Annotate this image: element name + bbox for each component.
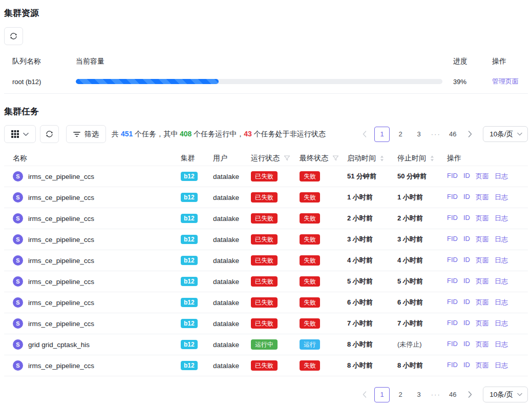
page-ellipsis[interactable]: ··· bbox=[430, 130, 442, 138]
log-link[interactable]: 日志 bbox=[495, 235, 508, 244]
fid-link[interactable]: FID bbox=[447, 214, 458, 223]
final-status-badge: 失败 bbox=[300, 171, 320, 181]
page-link[interactable]: 页面 bbox=[476, 172, 489, 181]
running-count: 408 bbox=[180, 130, 191, 138]
page-link[interactable]: 页面 bbox=[476, 235, 489, 244]
page-button-1[interactable]: 1 bbox=[374, 127, 390, 142]
filter-button[interactable]: 筛选 bbox=[66, 125, 106, 143]
id-link[interactable]: ID bbox=[463, 319, 470, 328]
fid-link[interactable]: FID bbox=[447, 298, 458, 307]
col-stop-time: 停止时间 bbox=[397, 154, 426, 163]
page-link[interactable]: 页面 bbox=[476, 214, 489, 223]
column-settings-button[interactable] bbox=[4, 125, 36, 143]
log-link[interactable]: 日志 bbox=[495, 193, 508, 202]
tasks-table-header: 名称 集群 用户 运行状态 最终状态 启动时间 停止时间 操作 bbox=[4, 151, 528, 166]
log-link[interactable]: 日志 bbox=[495, 256, 508, 265]
page-button-1[interactable]: 1 bbox=[374, 387, 390, 402]
fid-link[interactable]: FID bbox=[447, 361, 458, 370]
log-link[interactable]: 日志 bbox=[495, 340, 508, 349]
page-button-2[interactable]: 2 bbox=[393, 127, 408, 142]
funnel-icon[interactable] bbox=[332, 155, 339, 161]
funnel-icon[interactable] bbox=[284, 155, 290, 161]
final-status-badge: 失败 bbox=[300, 318, 320, 329]
id-link[interactable]: ID bbox=[463, 361, 470, 370]
log-link[interactable]: 日志 bbox=[495, 277, 508, 286]
start-time: 1 小时前 bbox=[347, 193, 397, 202]
page-link[interactable]: 页面 bbox=[476, 256, 489, 265]
total-count: 451 bbox=[121, 130, 133, 138]
next-page-button[interactable] bbox=[463, 387, 477, 402]
fid-link[interactable]: FID bbox=[447, 256, 458, 265]
log-link[interactable]: 日志 bbox=[495, 214, 508, 223]
id-link[interactable]: ID bbox=[463, 277, 470, 286]
fid-link[interactable]: FID bbox=[447, 193, 458, 202]
page-link[interactable]: 页面 bbox=[476, 361, 489, 370]
manage-page-link[interactable]: 管理页面 bbox=[492, 77, 519, 85]
stop-time: 8 小时前 bbox=[397, 361, 447, 370]
task-name: irms_ce_pipeline_ccs bbox=[28, 194, 94, 201]
col-name: 名称 bbox=[13, 154, 181, 163]
log-link[interactable]: 日志 bbox=[495, 298, 508, 307]
id-link[interactable]: ID bbox=[463, 172, 470, 181]
page-link[interactable]: 页面 bbox=[476, 340, 489, 349]
page-size-select[interactable]: 10条/页 bbox=[483, 126, 528, 142]
fid-link[interactable]: FID bbox=[447, 172, 458, 181]
cluster-badge: b12 bbox=[181, 277, 198, 286]
filter-lines-icon bbox=[73, 131, 80, 137]
id-link[interactable]: ID bbox=[463, 340, 470, 349]
run-status-badge: 运行中 bbox=[251, 339, 278, 350]
page-size-select[interactable]: 10条/页 bbox=[483, 387, 528, 402]
pagination-top: 1 2 3 ··· 46 10条/页 bbox=[358, 126, 528, 142]
sorter-icon[interactable] bbox=[430, 155, 434, 161]
log-link[interactable]: 日志 bbox=[495, 361, 508, 370]
id-link[interactable]: ID bbox=[463, 193, 470, 202]
page-button-last[interactable]: 46 bbox=[445, 127, 460, 142]
progress-fill bbox=[76, 79, 219, 84]
id-link[interactable]: ID bbox=[463, 256, 470, 265]
fid-link[interactable]: FID bbox=[447, 277, 458, 286]
refresh-tasks-button[interactable] bbox=[40, 125, 59, 143]
log-link[interactable]: 日志 bbox=[495, 172, 508, 181]
cluster-badge: b12 bbox=[181, 319, 198, 328]
page-button-3[interactable]: 3 bbox=[411, 127, 427, 142]
failed-count: 43 bbox=[244, 130, 252, 138]
filter-button-label: 筛选 bbox=[84, 130, 99, 139]
page-button-last[interactable]: 46 bbox=[445, 387, 460, 402]
start-time: 5 小时前 bbox=[347, 277, 397, 286]
page-link[interactable]: 页面 bbox=[476, 298, 489, 307]
col-start-time: 启动时间 bbox=[347, 154, 376, 163]
page-link[interactable]: 页面 bbox=[476, 193, 489, 202]
page-button-2[interactable]: 2 bbox=[393, 387, 408, 402]
task-name: irms_ce_pipeline_ccs bbox=[28, 236, 94, 244]
fid-link[interactable]: FID bbox=[447, 319, 458, 328]
task-name: irms_ce_pipeline_ccs bbox=[28, 257, 94, 265]
resources-table-header: 队列名称 当前容量 进度 操作 bbox=[4, 53, 528, 70]
final-status-badge: 失败 bbox=[300, 276, 320, 287]
page-link[interactable]: 页面 bbox=[476, 277, 489, 286]
spark-avatar: S bbox=[13, 276, 23, 287]
prev-page-button[interactable] bbox=[358, 127, 371, 142]
refresh-resources-button[interactable] bbox=[4, 27, 23, 45]
prev-page-button[interactable] bbox=[358, 387, 371, 402]
cluster-badge: b12 bbox=[181, 340, 198, 349]
id-link[interactable]: ID bbox=[463, 298, 470, 307]
log-link[interactable]: 日志 bbox=[495, 319, 508, 328]
next-page-button[interactable] bbox=[463, 127, 477, 142]
fid-link[interactable]: FID bbox=[447, 235, 458, 244]
chevron-down-icon bbox=[517, 393, 522, 396]
page-ellipsis[interactable]: ··· bbox=[430, 391, 442, 398]
start-time: 8 小时前 bbox=[347, 361, 397, 370]
id-link[interactable]: ID bbox=[463, 235, 470, 244]
sync-icon bbox=[46, 130, 53, 138]
page-button-3[interactable]: 3 bbox=[411, 387, 427, 402]
col-progress: 进度 bbox=[442, 57, 478, 66]
sorter-icon[interactable] bbox=[380, 155, 384, 161]
task-name: irms_ce_pipeline_ccs bbox=[28, 299, 94, 307]
summary-text: 个任务，其中 bbox=[133, 130, 180, 138]
fid-link[interactable]: FID bbox=[447, 340, 458, 349]
spark-avatar: S bbox=[13, 234, 23, 245]
sync-icon bbox=[10, 32, 17, 40]
id-link[interactable]: ID bbox=[463, 214, 470, 223]
page-link[interactable]: 页面 bbox=[476, 319, 489, 328]
col-resource-ops: 操作 bbox=[478, 57, 524, 66]
